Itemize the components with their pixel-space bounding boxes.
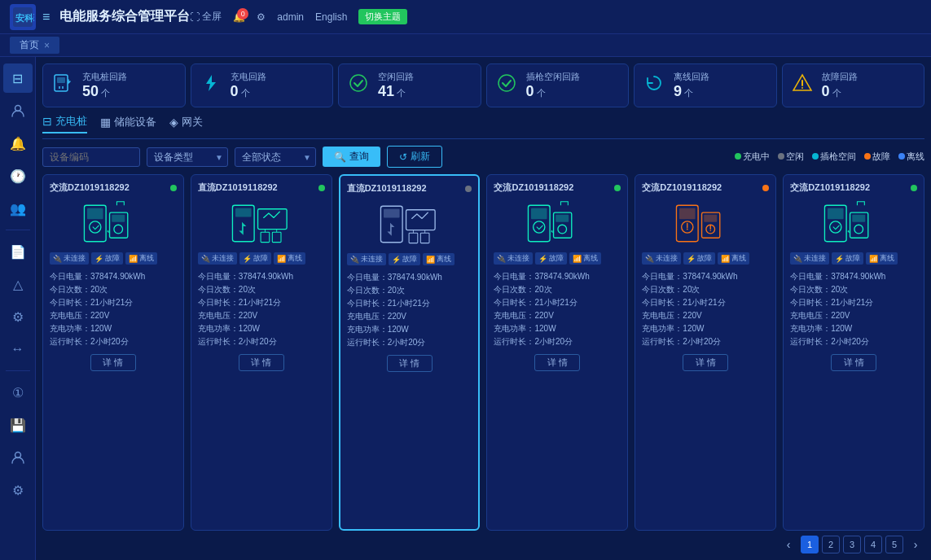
device-card-0[interactable]: 交流DZ1019118292 🔌未连接 ⚡故障 📶离线 [42,174,184,531]
breadcrumb-home[interactable]: 首页 × [10,37,59,54]
notification-button[interactable]: 🔔 0 [233,11,245,23]
svg-rect-25 [272,232,281,242]
stat-value-charging: 0 [231,83,239,99]
tab-charging-pile[interactable]: ⊟ 充电桩 [42,114,87,133]
page-prev-button[interactable]: ‹ [779,536,797,553]
device-card-5[interactable]: 交流DZ1019118292 🔌未连接 ⚡故障 📶离线 [783,174,924,531]
tab-gateway[interactable]: ◈ 网关 [169,115,203,133]
english-label[interactable]: English [315,11,347,23]
device-status-dot-5 [911,185,917,191]
sidebar: ⊟ 🔔 🕐 👥 📄 △ ⚙ ↔ ① 💾 ⚙ [0,57,36,560]
device-card-3[interactable]: 交流DZ1019118292 🔌未连接 ⚡故障 📶离线 [486,174,628,531]
device-tag-unconnected-2: 🔌未连接 [347,253,386,265]
main-content: 充电桩回路 50 个 充电回路 0 个 [36,57,931,560]
fullscreen-button[interactable]: ⛶ 全屏 [190,10,222,24]
device-info-2: 今日电量：378474.90kWh 今日次数：20次 今日时长：21小时21分 … [347,271,472,349]
stat-unit-idle: 个 [397,88,406,98]
sidebar-item-config[interactable]: ⚙ [3,302,33,331]
svg-point-38 [534,221,545,232]
device-img-5 [790,199,917,247]
svg-point-13 [801,87,803,89]
sidebar-item-alert[interactable]: △ [3,269,33,299]
stat-card-charging-pile: 充电桩回路 50 个 [42,63,186,107]
sidebar-item-storage[interactable]: 💾 [3,410,33,440]
svg-point-51 [710,230,711,230]
device-detail-btn-3[interactable]: 详 情 [534,354,580,371]
svg-rect-23 [257,208,287,229]
device-tag-fault-4: ⚡故障 [683,252,715,265]
device-type-select[interactable]: 设备类型 [147,147,228,167]
device-status-dot-2 [465,186,472,192]
svg-marker-30 [387,222,394,235]
device-detail-btn-2[interactable]: 详 情 [387,355,433,372]
page-3-button[interactable]: 3 [843,536,861,553]
device-code-input[interactable] [42,147,140,167]
sidebar-divider-2 [6,370,30,371]
page-4-button[interactable]: 4 [864,536,882,553]
device-tag-unconnected-5: 🔌未连接 [790,252,829,265]
legend-row: 充电中 空闲 插枪空间 故障 离线 [735,151,924,163]
svg-rect-5 [57,77,65,83]
sidebar-item-number[interactable]: ① [3,378,33,407]
device-type-select-wrapper: 设备类型 ▼ [147,147,228,167]
sidebar-item-user[interactable] [3,96,33,125]
device-tag-fault-5: ⚡故障 [832,252,863,265]
device-detail-btn-4[interactable]: 详 情 [683,354,728,371]
stat-card-fault: 故障回路 0 个 [782,63,925,107]
device-tag-offline-2: 📶离线 [423,253,455,265]
stat-card-charging: 充电回路 0 个 [191,63,334,107]
settings-icon[interactable]: ⚙ [257,11,266,23]
stat-unit-fault: 个 [832,88,841,98]
sidebar-item-document[interactable]: 📄 [3,237,33,266]
device-tag-offline-3: 📶离线 [569,252,601,265]
stat-info-idle: 空闲回路 41 个 [378,71,472,100]
device-card-header-5: 交流DZ1019118292 [790,182,917,194]
notification-badge: 0 [237,8,248,20]
device-card-2[interactable]: 直流DZ1019118292 🔌未连接 ⚡故障 📶离线 [339,174,481,531]
page-2-button[interactable]: 2 [822,536,840,553]
stat-unit-charging-pile: 个 [101,88,110,98]
device-info-4: 今日电量：378474.90kWh 今日次数：20次 今日时长：21小时21分 … [642,270,769,348]
svg-point-46 [687,228,688,230]
stat-card-offline: 离线回路 9 个 [634,63,777,107]
sidebar-item-notification[interactable]: 🔔 [3,129,33,158]
stat-info-plug-idle: 插枪空闲回路 0 个 [526,71,621,100]
header-right: ⛶ 全屏 🔔 0 ⚙ admin English 切换主题 [190,9,407,24]
stat-card-idle: 空闲回路 41 个 [338,63,481,107]
device-detail-btn-0[interactable]: 详 情 [90,354,136,371]
stat-info-fault: 故障回路 0 个 [822,71,916,100]
menu-icon[interactable]: ≡ [42,10,50,24]
stat-label-charging: 充电回路 [231,71,325,83]
device-img-4 [642,199,769,247]
stat-value-offline: 9 [674,83,682,99]
sidebar-item-group[interactable]: 👥 [3,194,33,223]
sidebar-item-account[interactable] [3,443,33,472]
svg-rect-21 [235,208,252,217]
sidebar-item-dashboard[interactable]: ⊟ [3,63,33,93]
device-detail-btn-1[interactable]: 详 情 [239,354,284,371]
sidebar-item-transfer[interactable]: ↔ [3,335,33,364]
tabs-row: ⊟ 充电桩 ▦ 储能设备 ◈ 网关 [42,114,924,139]
tab-energy-storage[interactable]: ▦ 储能设备 [100,115,156,133]
device-card-4[interactable]: 交流DZ1019118292 🔌未连接 ⚡故障 📶离线 [635,174,776,531]
legend-idle: 空闲 [778,151,804,163]
device-status-select[interactable]: 全部状态 [235,147,316,167]
legend-offline-dot [898,153,905,160]
sidebar-item-clock[interactable]: 🕐 [3,161,33,190]
device-card-1[interactable]: 直流DZ1019118292 🔌未连接 ⚡故障 📶离线 [191,174,332,531]
stat-label-charging-pile: 充电桩回路 [82,71,177,83]
svg-marker-8 [206,75,216,91]
page-1-button[interactable]: 1 [801,536,819,553]
breadcrumb-bar: 首页 × [0,34,931,57]
device-detail-btn-5[interactable]: 详 情 [831,354,876,371]
device-name-2: 直流DZ1019118292 [347,182,427,195]
breadcrumb-close-icon[interactable]: × [44,40,50,51]
page-next-button[interactable]: › [907,536,924,553]
search-button[interactable]: 🔍 查询 [323,147,380,167]
switch-theme-button[interactable]: 切换主题 [358,9,407,24]
refresh-button[interactable]: ↺ 刷新 [387,146,442,168]
sidebar-item-system[interactable]: ⚙ [3,475,33,505]
device-tags-1: 🔌未连接 ⚡故障 📶离线 [198,252,325,265]
svg-point-41 [558,225,567,234]
page-5-button[interactable]: 5 [885,536,903,553]
